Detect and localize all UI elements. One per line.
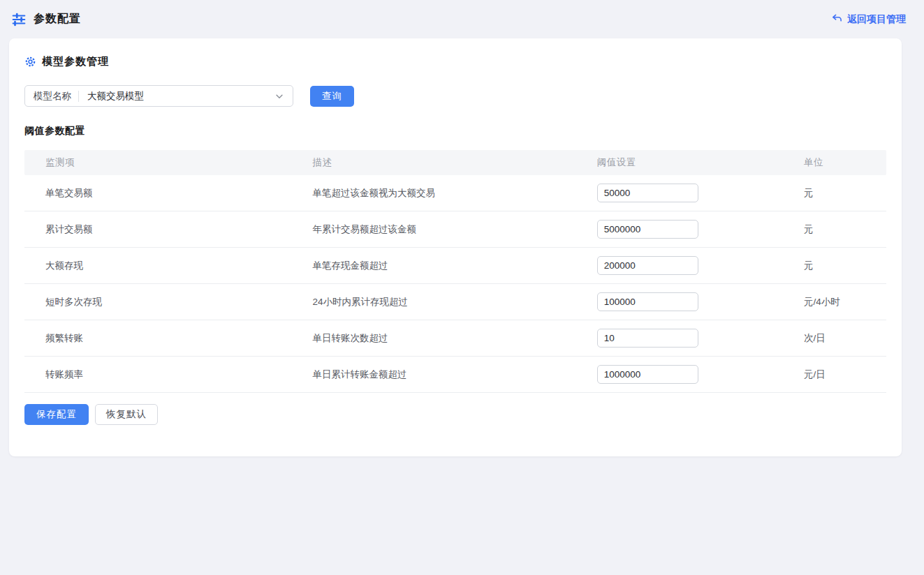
monitor-item-label: 短时多次存现: [45, 297, 102, 307]
reset-button[interactable]: 恢复默认: [95, 404, 158, 425]
threshold-input[interactable]: [597, 256, 698, 275]
config-card: 模型参数管理 模型名称 大额交易模型 查询 阈值参数配置 监测项 描述 阈值设置…: [9, 38, 902, 456]
chevron-down-icon: [274, 91, 284, 101]
query-button[interactable]: 查询: [310, 86, 354, 107]
header-unit: 单位: [783, 150, 886, 175]
item-description: 单日转账次数超过: [313, 333, 388, 343]
page-title: 参数配置: [34, 12, 81, 27]
table-row: 大额存现 单笔存现金额超过 元: [24, 248, 886, 284]
unit-label: 次/日: [804, 333, 826, 343]
threshold-input[interactable]: [597, 292, 698, 311]
table-row: 单笔交易额 单笔超过该金额视为大额交易 元: [24, 175, 886, 211]
actions-row: 保存配置 恢复默认: [24, 404, 886, 425]
table-row: 转账频率 单日累计转账金额超过 元/日: [24, 357, 886, 393]
item-description: 年累计交易额超过该金额: [313, 224, 417, 234]
table-header: 监测项 描述 阈值设置 单位: [24, 150, 886, 175]
page-title-group: 参数配置: [11, 12, 81, 27]
sliders-icon: [11, 12, 27, 27]
model-select-value: 大额交易模型: [87, 90, 274, 103]
header-monitor-item: 监测项: [24, 150, 292, 175]
unit-label: 元: [804, 188, 814, 198]
monitor-item-label: 单笔交易额: [45, 188, 93, 198]
header-description: 描述: [292, 150, 576, 175]
table-row: 短时多次存现 24小时内累计存现超过 元/4小时: [24, 284, 886, 320]
monitor-item-label: 频繁转账: [45, 333, 83, 343]
threshold-input[interactable]: [597, 184, 698, 202]
item-description: 24小时内累计存现超过: [313, 297, 409, 307]
threshold-input[interactable]: [597, 220, 698, 239]
monitor-item-label: 转账频率: [45, 369, 83, 380]
card-title: 模型参数管理: [42, 55, 109, 68]
unit-label: 元: [804, 224, 814, 234]
gear-icon: [24, 56, 36, 68]
table-body: 单笔交易额 单笔超过该金额视为大额交易 元 累计交易额 年累计交易额超过该金额 …: [24, 175, 886, 393]
monitor-item-label: 大额存现: [45, 260, 83, 271]
back-link-label: 返回项目管理: [847, 13, 906, 26]
threshold-input[interactable]: [597, 329, 698, 348]
item-description: 单日累计转账金额超过: [313, 369, 407, 380]
item-description: 单笔超过该金额视为大额交易: [313, 188, 436, 198]
table-row: 频繁转账 单日转账次数超过 次/日: [24, 320, 886, 357]
table-row: 累计交易额 年累计交易额超过该金额 元: [24, 211, 886, 248]
rollback-icon: [832, 14, 842, 24]
save-button[interactable]: 保存配置: [24, 404, 89, 425]
unit-label: 元: [804, 260, 814, 271]
filter-row: 模型名称 大额交易模型 查询: [24, 85, 886, 107]
item-description: 单笔存现金额超过: [313, 260, 388, 271]
unit-label: 元/日: [804, 369, 826, 380]
header-threshold: 阈值设置: [576, 150, 783, 175]
model-select-label: 模型名称: [34, 90, 71, 103]
back-link[interactable]: 返回项目管理: [832, 13, 906, 26]
card-header: 模型参数管理: [24, 55, 886, 68]
model-select[interactable]: 模型名称 大额交易模型: [24, 85, 293, 107]
topbar: 参数配置 返回项目管理: [0, 0, 924, 38]
section-title: 阈值参数配置: [24, 125, 886, 137]
select-divider: [78, 91, 79, 102]
threshold-input[interactable]: [597, 365, 698, 384]
monitor-item-label: 累计交易额: [45, 224, 93, 234]
unit-label: 元/4小时: [804, 297, 840, 307]
threshold-table: 监测项 描述 阈值设置 单位 单笔交易额 单笔超过该金额视为大额交易 元 累计交…: [24, 150, 886, 393]
